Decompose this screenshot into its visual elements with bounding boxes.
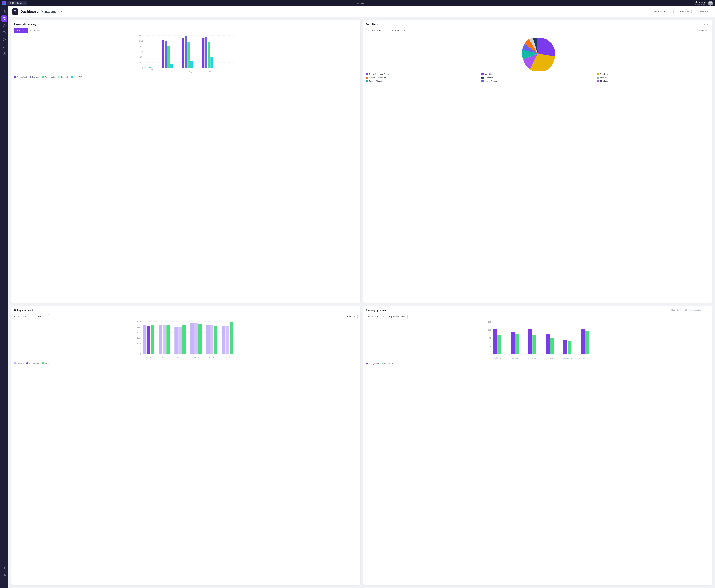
billings-chart-svg: 300k 250k 200k 150k 100k 50k 0 Sep - 24 [20, 321, 358, 360]
tab-icon: ⊞ [9, 2, 11, 4]
sidebar-item-time[interactable] [1, 37, 7, 43]
legend-aged-wip: Aged WIP [71, 76, 82, 78]
billings-menu[interactable]: ⋮⋮ [351, 309, 358, 312]
tab-close[interactable]: × [24, 2, 25, 4]
from-year-input[interactable] [35, 314, 49, 319]
client-bentley: Bentley Motors Ltd [366, 80, 478, 82]
actual-gp-color [382, 363, 383, 364]
svg-rect-70 [159, 326, 162, 354]
earnings-chart-area: 20k 15k 10k 5k 0 April 2024 May 2024 [366, 322, 710, 361]
client-seatuk: Seat UK [597, 77, 709, 79]
invoiced-color [29, 76, 32, 78]
landrover-label: Land Rover [485, 77, 494, 79]
financial-tabs: Standard Cumulative [14, 28, 358, 33]
earnings-recognised-color [366, 363, 368, 364]
svg-rect-109 [546, 335, 550, 355]
sidebar-item-dashboard[interactable] [1, 16, 7, 22]
svg-text:Oct - 24: Oct - 24 [162, 357, 167, 359]
top-clients-title: Top clients [366, 23, 379, 26]
date-from-input[interactable]: August 2024 [366, 28, 383, 33]
svg-rect-66 [143, 326, 146, 354]
company-button[interactable]: Company [673, 9, 692, 14]
management-dropdown[interactable]: Management [41, 10, 62, 14]
sidebar-item-analytics[interactable] [1, 43, 7, 50]
earnings-header: Earnings per head *Note: Not filtered by… [366, 309, 710, 312]
sidebar-expand-icon[interactable] [1, 580, 7, 586]
landrover-color [482, 77, 484, 79]
svg-rect-47 [202, 38, 204, 68]
bentley-label: Bentley Motors Ltd [369, 80, 385, 82]
billings-chart-area: 300k 250k 200k 150k 100k 50k 0 Sep - 24 [14, 321, 358, 361]
legend-invoiced: Invoiced [29, 76, 39, 78]
user-name: Nic Vonage [695, 1, 707, 3]
earnings-menu[interactable]: ⋮⋮ [703, 309, 709, 312]
gross-profit-label: Gross profit [45, 76, 55, 78]
earnings-date-to[interactable]: September 2024 [386, 314, 408, 319]
svg-rect-50 [210, 57, 213, 68]
top-clients-menu[interactable]: ⋮⋮ [703, 23, 709, 26]
tab-standard[interactable]: Standard [14, 28, 28, 33]
financial-chart-area: 300k 250k 200k 150k 100k 50k 0 Older [14, 36, 358, 75]
dashboard-tab[interactable]: ⊞ Dashboard × [7, 1, 27, 5]
goodyear-color [597, 73, 599, 75]
svg-rect-35 [148, 67, 151, 68]
sidebar-item-settings[interactable] [1, 572, 7, 579]
svg-text:June 2024: June 2024 [528, 357, 536, 359]
sidebar-item-layers[interactable] [1, 50, 7, 57]
svg-rect-112 [563, 340, 567, 355]
top-clients-card: Top clients ⋮⋮ August 2024 to October 20… [363, 20, 712, 303]
svg-rect-104 [515, 334, 519, 355]
client-goodyear: Goodyear [597, 73, 709, 75]
svg-text:Jan - 25: Jan - 25 [209, 357, 214, 359]
billings-filter-button[interactable]: Filter [345, 314, 358, 319]
svg-rect-37 [162, 40, 164, 68]
sidebar-item-box[interactable] [1, 22, 7, 29]
recognised-billings-color [26, 362, 28, 364]
svg-text:August 2024: August 2024 [563, 357, 572, 359]
sidebar-item-home[interactable] [1, 8, 7, 15]
billings-legend: Planned Recognised Target TO [14, 362, 358, 364]
financial-summary-header: Financial summary ⋮⋮ [14, 23, 358, 26]
financial-chart-svg: 300k 250k 200k 150k 100k 50k 0 Older [20, 36, 358, 74]
legend-recognised-billings: Recognised [26, 362, 39, 364]
client-all-others: All others [597, 80, 709, 82]
sidebar-bottom [1, 566, 7, 586]
svg-rect-116 [585, 331, 589, 355]
svg-point-10 [5, 33, 5, 34]
svg-rect-3 [361, 2, 364, 3]
all-others-label: All others [600, 80, 608, 82]
svg-text:Dec - 24: Dec - 24 [193, 357, 199, 359]
svg-text:200k: 200k [137, 332, 141, 333]
svg-rect-19 [14, 12, 15, 13]
top-clients-filter-button[interactable]: Filter [697, 28, 709, 33]
sidebar-item-delivery[interactable] [1, 29, 7, 36]
date-separator: to [385, 29, 387, 32]
client-audi: Audi AG [482, 73, 594, 75]
tab-cumulative[interactable]: Cumulative [28, 28, 43, 33]
svg-rect-115 [581, 329, 585, 355]
date-to-input[interactable]: October 2024 [389, 28, 407, 33]
from-label: From [14, 315, 19, 318]
goodyear-label: Goodyear [600, 73, 608, 75]
earnings-date-from[interactable]: April 2024 [366, 314, 381, 319]
client-dulux: Dulux Decorator Centres [366, 73, 478, 75]
svg-text:Sep - 24: Sep - 24 [146, 357, 151, 359]
aged-wip-color [71, 76, 73, 78]
legend-earnings-recognised: Recognised [366, 362, 379, 365]
search-icon[interactable] [357, 1, 360, 5]
svg-text:July 2024: July 2024 [546, 357, 553, 359]
svg-text:Older: Older [150, 69, 154, 71]
financial-summary-menu[interactable]: ⋮⋮ [351, 23, 358, 26]
target-to-label: Target TO [45, 362, 53, 364]
user-subtitle: Growth Agency [695, 3, 707, 5]
recognised-button[interactable]: Recognised [651, 9, 671, 14]
sidebar-item-profile[interactable] [1, 566, 7, 572]
svg-text:150k: 150k [137, 337, 141, 339]
title-bar: ⊞ Dashboard × Nic Vonage Growth Agency N… [0, 0, 715, 6]
svg-rect-82 [206, 326, 209, 354]
svg-point-1 [357, 2, 359, 4]
all-teams-button[interactable]: All teams [694, 9, 712, 14]
from-month-input[interactable] [21, 314, 33, 319]
net-profit-label: Net profit [60, 76, 68, 78]
invoiced-label: Invoiced [32, 76, 39, 78]
